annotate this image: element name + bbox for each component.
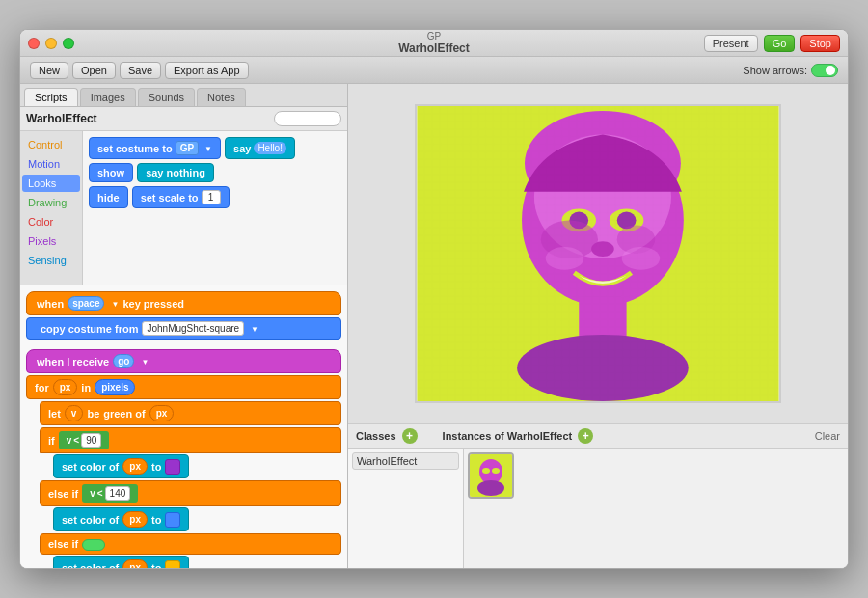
if-block-1: if v < 90 set color of [40,427,341,478]
save-button[interactable]: Save [120,62,161,79]
stage-area [348,84,848,423]
close-button[interactable] [28,38,40,49]
go-button[interactable]: Go [764,35,796,52]
copy-costume-block[interactable]: copy costume from JohnMugShot-square [26,317,341,340]
app-name: GP [398,31,470,41]
category-pixels[interactable]: Pixels [22,232,80,250]
add-class-button[interactable]: + [402,428,418,444]
categories-panel: Control Motion Looks Drawing Color Pixel… [20,131,83,285]
say-nothing-block[interactable]: say nothing [137,163,214,182]
blocks-area: Control Motion Looks Drawing Color Pixel… [20,131,347,285]
blocks-panel: set costume to GP say Hello! show [83,131,347,285]
say-hello-block[interactable]: say Hello! [225,137,295,159]
px-color-1: px [122,458,148,475]
source-input[interactable]: JohnMugShot-square [142,321,244,336]
category-color[interactable]: Color [22,213,80,231]
else-if-header-1[interactable]: else if v < 140 [40,480,341,506]
tab-images[interactable]: Images [80,88,136,106]
lt-sign-2: < [97,488,103,499]
tab-notes[interactable]: Notes [197,88,246,106]
when-receive-hat[interactable]: when I receive go [26,349,341,373]
blocks-row-2: show say nothing [89,163,341,182]
tab-scripts[interactable]: Scripts [24,88,78,106]
scale-input[interactable]: 1 [202,190,221,204]
category-motion[interactable]: Motion [22,155,80,173]
for-body: let v be green of px if [40,401,341,568]
v-val-2: v [90,488,95,499]
show-block[interactable]: show [89,163,133,182]
clear-button[interactable]: Clear [815,430,840,442]
script-group-1: when space key pressed copy costume from… [26,291,341,340]
category-drawing[interactable]: Drawing [22,194,80,211]
window-title: WarholEffect [398,41,470,55]
category-looks[interactable]: Looks [22,175,80,192]
toolbar: New Open Save Export as App Show arrows: [20,57,848,84]
instances-label: Instances of WarholEffect [443,430,573,442]
main-window: GP WarholEffect Present Go Stop New Open… [19,29,849,569]
present-button[interactable]: Present [704,35,758,52]
fullscreen-button[interactable] [63,38,74,49]
set-color-block-3[interactable]: set color of px to [53,556,189,568]
costume-dropdown-icon[interactable] [202,144,212,153]
svg-point-20 [482,468,490,474]
condition-1: v < 90 [59,431,110,449]
scripts-header: WarholEffect [20,107,347,131]
tab-sounds[interactable]: Sounds [138,88,195,106]
else-if-body-2: set color of px to [53,556,341,568]
left-panel: Scripts Images Sounds Notes WarholEffect… [20,84,348,568]
threshold-2-input[interactable]: 140 [105,486,131,501]
key-dropdown-icon[interactable] [108,299,119,309]
connector-line [415,254,417,255]
bottom-header: Classes + Instances of WarholEffect + Cl… [348,424,848,448]
search-input[interactable] [274,111,341,126]
color-swatch-1[interactable] [165,459,180,475]
space-key-input[interactable]: space [68,296,104,311]
toggle-condition[interactable] [82,539,105,551]
if-header-1[interactable]: if v < 90 [40,427,341,453]
let-block[interactable]: let v be green of px [40,401,341,425]
stage-canvas[interactable] [415,104,781,403]
else-if-body-1: set color of px to [53,507,341,531]
blocks-row-1: set costume to GP say Hello! [89,137,341,159]
add-instance-button[interactable]: + [578,428,593,444]
px-color-2: px [122,511,148,528]
open-button[interactable]: Open [72,62,116,79]
category-control[interactable]: Control [22,136,80,153]
when-space-hat[interactable]: when space key pressed [26,291,341,315]
instance-thumb-1[interactable] [468,452,514,499]
for-block[interactable]: for px in pixels [26,375,341,399]
signal-dropdown-icon[interactable] [138,357,149,367]
new-button[interactable]: New [30,62,68,79]
minimize-button[interactable] [45,38,57,49]
px-color-3: px [122,559,148,568]
hide-block[interactable]: hide [89,186,128,208]
set-color-block-2[interactable]: set color of px to [53,507,189,531]
stop-button[interactable]: Stop [800,35,840,52]
costume-input[interactable]: GP [176,141,199,155]
category-sensing[interactable]: Sensing [22,252,80,269]
export-button[interactable]: Export as App [165,62,249,79]
else-if-block-2: else if set color of px to [40,533,341,568]
bottom-panel: Classes + Instances of WarholEffect + Cl… [348,423,848,568]
hello-input[interactable]: Hello! [254,142,286,154]
threshold-1-input[interactable]: 90 [81,433,101,448]
color-swatch-2[interactable] [165,512,180,528]
show-arrows-toggle[interactable] [811,64,838,77]
classes-panel: WarholEffect [348,448,464,568]
else-if-block-1: else if v < 140 set color of [40,480,341,531]
class-item-warholeffect[interactable]: WarholEffect [352,452,459,470]
classes-label: Classes [356,430,396,442]
set-scale-block[interactable]: set scale to 1 [132,186,230,208]
else-if-header-2[interactable]: else if [40,533,341,555]
px-reporter: px [53,379,78,395]
set-color-block-1[interactable]: set color of px to [53,454,189,478]
color-swatch-3[interactable] [165,560,180,569]
set-costume-block[interactable]: set costume to GP [89,137,221,159]
warhol-image [417,106,779,401]
tabs: Scripts Images Sounds Notes [20,84,347,107]
source-dropdown-icon[interactable] [248,324,258,334]
titlebar-center: GP WarholEffect [398,31,470,55]
titlebar-buttons: Present Go Stop [704,35,840,52]
lt-sign: < [73,435,79,446]
signal-input[interactable]: go [113,354,134,368]
